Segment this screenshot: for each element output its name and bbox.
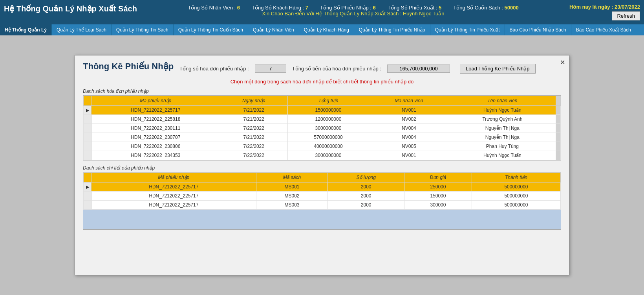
cell2-so-luong: 2000 <box>328 192 404 201</box>
table-row[interactable]: HDN_7212022_225818 7/21/2022 1200000000 … <box>84 115 561 124</box>
col2-don-gia-header: Đơn giá <box>404 173 472 183</box>
stat-cuonsach: Tổng Số Cuốn Sách : 50000 <box>453 5 518 11</box>
col2-ma-phieu-header: Mã phiếu nhập <box>91 173 256 183</box>
scrollbar-cell <box>556 133 561 142</box>
dialog: ✕ Thông Kê Phiếu Nhập Tổng số hóa đơn ph… <box>75 55 569 275</box>
cell-ngay-nhap: 7/21/2022 <box>220 106 288 115</box>
cell-ma-nv: NV004 <box>369 133 449 142</box>
cell-ten-nv: Nguyễn Thị Nga <box>449 133 556 142</box>
row-arrow-cell: ▶ <box>84 183 91 192</box>
nav-item-baocaoxuat[interactable]: Báo Cáo Phiếu Xuất Sách <box>571 24 636 35</box>
table-row[interactable]: HDN_7212022_225717 MS002 2000 150000 500… <box>84 192 561 201</box>
section2-tbody: ▶ HDN_7212022_225717 MS001 2000 250000 5… <box>84 183 561 210</box>
section1-tbody: ▶ HDN_7212022_225717 7/21/2022 150000000… <box>84 106 561 160</box>
scrollbar-cell <box>556 115 561 124</box>
total-amount-input[interactable] <box>387 65 450 73</box>
col-arrow-header <box>84 96 91 106</box>
cell-ma-phieu: HDN_7222022_230111 <box>91 124 220 133</box>
cell-tong-tien: 57000000000 <box>288 133 369 142</box>
load-button[interactable]: Load Thống Kê Phiếu Nhập <box>460 64 536 74</box>
scrollbar-cell <box>556 106 561 115</box>
table-row[interactable]: HDN_7212022_225717 MS003 2000 300000 500… <box>84 201 561 210</box>
navbar: Hệ Thống Quản Lý Quản Lý Thể Loại Sách Q… <box>0 24 644 35</box>
nav-item-khachhang[interactable]: Quản Lý Khách Hàng <box>299 24 354 35</box>
cell-ngay-nhap: 7/21/2022 <box>220 115 288 124</box>
section1-header-row: Mã phiếu nhập Ngày nhập Tổng tiền Mã nhâ… <box>84 96 561 106</box>
cell-tong-tien: 1500000000 <box>288 106 369 115</box>
section2-label: Danh sách chi tiết của phiếu nhập <box>83 165 561 171</box>
table-row[interactable]: ▶ HDN_7212022_225717 MS001 2000 250000 5… <box>84 183 561 192</box>
cell-tong-tien: 1200000000 <box>288 115 369 124</box>
total-invoices-input[interactable] <box>255 65 286 73</box>
cell-ten-nv: Phan Huy Tùng <box>449 142 556 151</box>
table-row[interactable]: HDN_7222022_230806 7/22/2022 40000000000… <box>84 142 561 151</box>
col2-ma-sach-header: Mã sách <box>256 173 328 183</box>
main-content: ✕ Thông Kê Phiếu Nhập Tổng số hóa đơn ph… <box>0 35 644 295</box>
cell-ma-nv: NV005 <box>369 142 449 151</box>
cell-ma-nv: NV001 <box>369 151 449 160</box>
cell-ma-nv: NV004 <box>369 124 449 133</box>
total-invoices-label: Tổng số hóa đơn phiếu nhập : <box>179 66 249 72</box>
stat-phieunhap: Tổng Số Phiếu Nhập : 6 <box>320 5 376 11</box>
cell-ma-phieu: HDN_7222022_230806 <box>91 142 220 151</box>
cell-ngay-nhap: 7/22/2022 <box>220 124 288 133</box>
nav-item-thongtinsach[interactable]: Quản Lý Thông Tin Sách <box>112 24 174 35</box>
cell2-ma-phieu: HDN_7212022_225717 <box>91 201 256 210</box>
stats-row: Tổng Số Nhân Viên : 6 Tổng Số Khách Hàng… <box>188 5 519 11</box>
cell2-don-gia: 150000 <box>404 192 472 201</box>
section1-label: Danh sách hóa đơn phiếu nhập <box>83 88 561 94</box>
stat-khachhang: Tổng Số Khách Hàng : 7 <box>252 5 308 11</box>
nav-item-theloai[interactable]: Quản Lý Thể Loại Sách <box>52 24 112 35</box>
cell-ma-phieu: HDN_7212022_225818 <box>91 115 220 124</box>
cell-ma-phieu: HDN_7222022_230707 <box>91 133 220 142</box>
nav-item-hethong[interactable]: Hệ Thống Quản Lý <box>0 24 52 35</box>
nav-item-phieunhap[interactable]: Quản Lý Thông Tin Phiếu Nhập <box>354 24 430 35</box>
row-arrow-cell <box>84 151 91 160</box>
cell-ten-nv: Huỳnh Ngọc Tuấn <box>449 106 556 115</box>
refresh-button[interactable]: Refresh <box>612 11 640 20</box>
cell2-ma-sach: MS002 <box>256 192 328 201</box>
stat-nhanvien: Tổng Số Nhân Viên : 6 <box>188 5 240 11</box>
nav-item-baocaonhap[interactable]: Báo Cáo Phiếu Nhập Sách <box>505 24 571 35</box>
cell-ten-nv: Nguyễn Thị Nga <box>449 124 556 133</box>
cell-tong-tien: 3000000000 <box>288 151 369 160</box>
cell2-ma-sach: MS001 <box>256 183 328 192</box>
table-row[interactable]: HDN_7222022_234353 7/22/2022 3000000000 … <box>84 151 561 160</box>
greeting-text: Xin Chào Bạn Đến Với Hệ Thống Quản Lý Nh… <box>141 11 565 17</box>
col-ma-nv-header: Mã nhân viên <box>369 96 449 106</box>
cell-tong-tien: 40000000000 <box>288 142 369 151</box>
dialog-header: Thông Kê Phiếu Nhập Tổng số hóa đơn phiế… <box>83 61 561 76</box>
app-title: Hệ Thống Quản Lý Nhập Xuất Sách <box>4 4 137 13</box>
cell-ngay-nhap: 7/21/2022 <box>220 133 288 142</box>
dialog-title: Thông Kê Phiếu Nhập <box>83 61 174 72</box>
row-arrow-cell <box>84 115 91 124</box>
cell2-so-luong: 2000 <box>328 183 404 192</box>
dialog-close-button[interactable]: ✕ <box>560 59 565 66</box>
scrollbar-cell <box>556 142 561 151</box>
section2-header-row: Mã phiếu nhập Mã sách Số lượng Đơn giá T… <box>84 173 561 183</box>
table-row[interactable]: HDN_7222022_230707 7/21/2022 57000000000… <box>84 133 561 142</box>
total-amount-label: Tổng số tiền của hóa đơn phiếu nhập : <box>292 66 381 72</box>
stat-phieuxuat: Tổng Số Phiếu Xuất : 5 <box>388 5 442 11</box>
table-row[interactable]: HDN_7222022_230111 7/22/2022 3000000000 … <box>84 124 561 133</box>
col2-arrow-header <box>84 173 91 183</box>
cell-ma-phieu: HDN_7222022_234353 <box>91 151 220 160</box>
section1-table-container: Mã phiếu nhập Ngày nhập Tổng tiền Mã nhâ… <box>83 95 561 160</box>
section2-table-container: Mã phiếu nhập Mã sách Số lượng Đơn giá T… <box>83 172 561 230</box>
nav-item-cuonsach[interactable]: Quản Lý Thông Tin Cuốn Sách <box>174 24 248 35</box>
nav-item-phieuxuat[interactable]: Quản Lý Thông Tin Phiếu Xuất <box>430 24 505 35</box>
detail-empty-area <box>83 210 561 229</box>
cell-ma-nv: NV001 <box>369 106 449 115</box>
cell2-ma-phieu: HDN_7212022_225717 <box>91 192 256 201</box>
table-row[interactable]: ▶ HDN_7212022_225717 7/21/2022 150000000… <box>84 106 561 115</box>
col-ngay-nhap-header: Ngày nhập <box>220 96 288 106</box>
cell-ngay-nhap: 7/22/2022 <box>220 151 288 160</box>
topbar: Hệ Thống Quản Lý Nhập Xuất Sách Tổng Số … <box>0 0 644 24</box>
cell2-don-gia: 250000 <box>404 183 472 192</box>
cell-ngay-nhap: 7/22/2022 <box>220 142 288 151</box>
cell2-thanh-tien: 500000000 <box>472 183 560 192</box>
col-ten-nv-header: Tên nhân viên <box>449 96 556 106</box>
nav-item-nhanvien[interactable]: Quản Lý Nhân Viên <box>248 24 299 35</box>
row-arrow-cell <box>84 192 91 201</box>
cell2-ma-phieu: HDN_7212022_225717 <box>91 183 256 192</box>
